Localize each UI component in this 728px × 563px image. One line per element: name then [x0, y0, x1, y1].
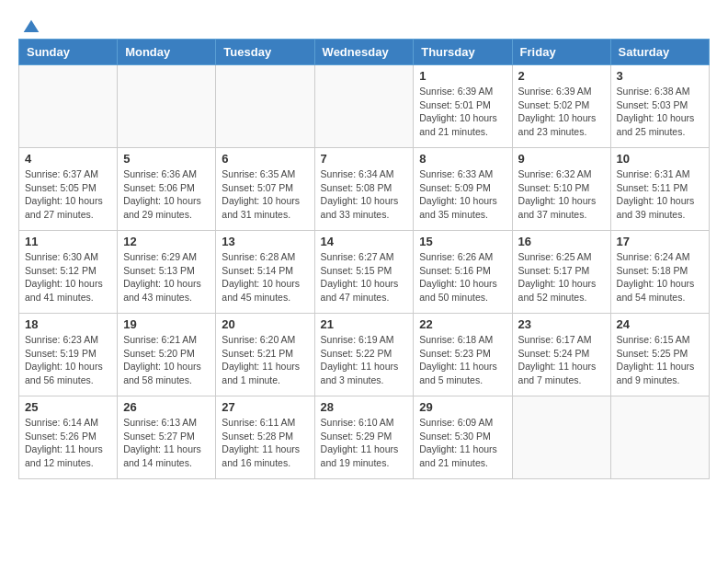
calendar-week-1: 4Sunrise: 6:37 AM Sunset: 5:05 PM Daylig…	[19, 148, 710, 231]
day-number: 8	[419, 152, 506, 166]
calendar-cell: 8Sunrise: 6:33 AM Sunset: 5:09 PM Daylig…	[414, 148, 512, 231]
calendar-week-4: 25Sunrise: 6:14 AM Sunset: 5:26 PM Dayli…	[19, 396, 710, 479]
day-number: 14	[321, 235, 408, 248]
day-info: Sunrise: 6:11 AM Sunset: 5:28 PM Dayligh…	[222, 416, 308, 470]
calendar-cell: 25Sunrise: 6:14 AM Sunset: 5:26 PM Dayli…	[19, 396, 118, 479]
day-number: 16	[518, 235, 605, 248]
day-number: 9	[518, 152, 605, 166]
day-info: Sunrise: 6:39 AM Sunset: 5:02 PM Dayligh…	[518, 85, 605, 139]
day-number: 10	[617, 152, 703, 166]
calendar-cell: 20Sunrise: 6:20 AM Sunset: 5:21 PM Dayli…	[216, 314, 314, 396]
calendar-cell: 5Sunrise: 6:36 AM Sunset: 5:06 PM Daylig…	[118, 148, 216, 231]
calendar-cell: 27Sunrise: 6:11 AM Sunset: 5:28 PM Dayli…	[216, 396, 314, 479]
calendar-cell: 12Sunrise: 6:29 AM Sunset: 5:13 PM Dayli…	[118, 231, 216, 314]
day-info: Sunrise: 6:20 AM Sunset: 5:21 PM Dayligh…	[222, 333, 308, 387]
day-number: 28	[321, 400, 408, 414]
calendar-cell: 10Sunrise: 6:31 AM Sunset: 5:11 PM Dayli…	[610, 148, 709, 231]
calendar-cell: 18Sunrise: 6:23 AM Sunset: 5:19 PM Dayli…	[19, 314, 118, 396]
calendar-table: SundayMondayTuesdayWednesdayThursdayFrid…	[18, 39, 710, 479]
day-info: Sunrise: 6:24 AM Sunset: 5:18 PM Dayligh…	[617, 250, 703, 304]
calendar-week-2: 11Sunrise: 6:30 AM Sunset: 5:12 PM Dayli…	[19, 231, 710, 314]
logo	[18, 18, 40, 29]
day-number: 22	[419, 317, 506, 331]
day-number: 17	[617, 235, 703, 248]
day-info: Sunrise: 6:33 AM Sunset: 5:09 PM Dayligh…	[419, 167, 506, 222]
calendar-header-thursday: Thursday	[414, 40, 512, 65]
day-number: 13	[222, 235, 308, 248]
day-info: Sunrise: 6:34 AM Sunset: 5:08 PM Dayligh…	[321, 167, 408, 222]
day-number: 19	[123, 317, 210, 331]
day-number: 24	[617, 317, 703, 331]
day-number: 23	[518, 317, 605, 331]
day-number: 2	[518, 69, 605, 83]
day-number: 4	[25, 152, 111, 166]
calendar-cell: 3Sunrise: 6:38 AM Sunset: 5:03 PM Daylig…	[610, 65, 709, 148]
calendar-header-wednesday: Wednesday	[314, 40, 414, 65]
day-number: 27	[222, 400, 308, 414]
svg-marker-0	[24, 20, 40, 32]
calendar-header-sunday: Sunday	[19, 40, 118, 65]
calendar-cell: 2Sunrise: 6:39 AM Sunset: 5:02 PM Daylig…	[512, 65, 610, 148]
day-number: 21	[321, 317, 408, 331]
day-number: 29	[419, 400, 506, 414]
day-info: Sunrise: 6:27 AM Sunset: 5:15 PM Dayligh…	[321, 250, 408, 304]
day-number: 26	[123, 400, 210, 414]
calendar-header-saturday: Saturday	[610, 40, 709, 65]
day-info: Sunrise: 6:10 AM Sunset: 5:29 PM Dayligh…	[321, 416, 408, 470]
day-info: Sunrise: 6:30 AM Sunset: 5:12 PM Dayligh…	[25, 250, 111, 304]
calendar-cell: 22Sunrise: 6:18 AM Sunset: 5:23 PM Dayli…	[414, 314, 512, 396]
day-info: Sunrise: 6:25 AM Sunset: 5:17 PM Dayligh…	[518, 250, 605, 304]
calendar-cell: 11Sunrise: 6:30 AM Sunset: 5:12 PM Dayli…	[19, 231, 118, 314]
calendar-week-3: 18Sunrise: 6:23 AM Sunset: 5:19 PM Dayli…	[19, 314, 710, 396]
calendar-cell: 17Sunrise: 6:24 AM Sunset: 5:18 PM Dayli…	[610, 231, 709, 314]
calendar-cell: 29Sunrise: 6:09 AM Sunset: 5:30 PM Dayli…	[414, 396, 512, 479]
day-info: Sunrise: 6:26 AM Sunset: 5:16 PM Dayligh…	[419, 250, 506, 304]
day-info: Sunrise: 6:14 AM Sunset: 5:26 PM Dayligh…	[25, 416, 111, 470]
day-number: 5	[123, 152, 210, 166]
day-info: Sunrise: 6:38 AM Sunset: 5:03 PM Dayligh…	[617, 85, 703, 139]
calendar-cell: 7Sunrise: 6:34 AM Sunset: 5:08 PM Daylig…	[314, 148, 414, 231]
day-info: Sunrise: 6:29 AM Sunset: 5:13 PM Dayligh…	[123, 250, 210, 304]
calendar-cell: 21Sunrise: 6:19 AM Sunset: 5:22 PM Dayli…	[314, 314, 414, 396]
calendar-cell: 24Sunrise: 6:15 AM Sunset: 5:25 PM Dayli…	[610, 314, 709, 396]
calendar-cell	[19, 65, 118, 148]
day-number: 7	[321, 152, 408, 166]
calendar-cell	[610, 396, 709, 479]
calendar-cell: 28Sunrise: 6:10 AM Sunset: 5:29 PM Dayli…	[314, 396, 414, 479]
calendar-cell: 15Sunrise: 6:26 AM Sunset: 5:16 PM Dayli…	[414, 231, 512, 314]
calendar-cell: 19Sunrise: 6:21 AM Sunset: 5:20 PM Dayli…	[118, 314, 216, 396]
calendar-cell	[314, 65, 414, 148]
day-info: Sunrise: 6:23 AM Sunset: 5:19 PM Dayligh…	[25, 333, 111, 387]
day-number: 25	[25, 400, 111, 414]
day-number: 3	[617, 69, 703, 83]
calendar-cell: 9Sunrise: 6:32 AM Sunset: 5:10 PM Daylig…	[512, 148, 610, 231]
calendar-cell: 6Sunrise: 6:35 AM Sunset: 5:07 PM Daylig…	[216, 148, 314, 231]
calendar-cell: 4Sunrise: 6:37 AM Sunset: 5:05 PM Daylig…	[19, 148, 118, 231]
calendar-header-monday: Monday	[118, 40, 216, 65]
day-info: Sunrise: 6:36 AM Sunset: 5:06 PM Dayligh…	[123, 167, 210, 222]
day-info: Sunrise: 6:32 AM Sunset: 5:10 PM Dayligh…	[518, 167, 605, 222]
calendar-cell	[216, 65, 314, 148]
calendar-week-0: 1Sunrise: 6:39 AM Sunset: 5:01 PM Daylig…	[19, 65, 710, 148]
day-info: Sunrise: 6:35 AM Sunset: 5:07 PM Dayligh…	[222, 167, 308, 222]
calendar-cell: 1Sunrise: 6:39 AM Sunset: 5:01 PM Daylig…	[414, 65, 512, 148]
logo-icon	[22, 18, 40, 37]
day-info: Sunrise: 6:09 AM Sunset: 5:30 PM Dayligh…	[419, 416, 506, 470]
day-number: 1	[419, 69, 506, 83]
day-info: Sunrise: 6:28 AM Sunset: 5:14 PM Dayligh…	[222, 250, 308, 304]
calendar-cell	[118, 65, 216, 148]
day-info: Sunrise: 6:39 AM Sunset: 5:01 PM Dayligh…	[419, 85, 506, 139]
calendar-cell: 26Sunrise: 6:13 AM Sunset: 5:27 PM Dayli…	[118, 396, 216, 479]
calendar-cell: 14Sunrise: 6:27 AM Sunset: 5:15 PM Dayli…	[314, 231, 414, 314]
day-info: Sunrise: 6:17 AM Sunset: 5:24 PM Dayligh…	[518, 333, 605, 387]
day-info: Sunrise: 6:18 AM Sunset: 5:23 PM Dayligh…	[419, 333, 506, 387]
calendar-cell: 23Sunrise: 6:17 AM Sunset: 5:24 PM Dayli…	[512, 314, 610, 396]
day-number: 18	[25, 317, 111, 331]
day-info: Sunrise: 6:13 AM Sunset: 5:27 PM Dayligh…	[123, 416, 210, 470]
day-info: Sunrise: 6:15 AM Sunset: 5:25 PM Dayligh…	[617, 333, 703, 387]
calendar-cell: 13Sunrise: 6:28 AM Sunset: 5:14 PM Dayli…	[216, 231, 314, 314]
day-number: 11	[25, 235, 111, 248]
day-info: Sunrise: 6:37 AM Sunset: 5:05 PM Dayligh…	[25, 167, 111, 222]
day-number: 20	[222, 317, 308, 331]
page-header	[18, 18, 710, 29]
